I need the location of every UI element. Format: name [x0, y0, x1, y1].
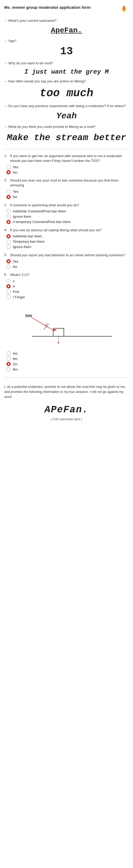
question-username: − What's your current username? ApeFan. — [0, 17, 133, 37]
radio-circle-2-1[interactable] — [6, 215, 11, 219]
radio-circle-4-0[interactable] — [6, 259, 11, 264]
radio-circle-5-3[interactable] — [6, 295, 11, 299]
radio-option-2-2[interactable]: A temporary Comment/Post ban them — [6, 220, 129, 224]
radio-option-1-1[interactable]: No — [6, 195, 129, 199]
radio-circle-5-0[interactable] — [6, 279, 11, 283]
radio-option-q7-3[interactable]: 8m — [6, 367, 129, 371]
numbered-section-q7: 4m9m2m8m — [0, 350, 133, 374]
diagram-svg: 50N 37° — [8, 304, 125, 347]
radio-option-4-1[interactable]: No — [6, 265, 129, 269]
radio-label-2-1: Ignore them — [13, 215, 31, 219]
numbered-section-1: 2.Should you ever use your mod to ban so… — [0, 177, 133, 202]
radio-label-2-2: A temporary Comment/Post ban them — [13, 220, 71, 224]
dash-icon-4: − — [4, 80, 7, 84]
question-text-2: If someone is spamming what would you do… — [10, 203, 79, 208]
numbered-question-1: 2.Should you ever use your mod to ban so… — [4, 178, 129, 188]
radio-circle-1-0[interactable] — [6, 190, 11, 194]
svg-line-2 — [32, 318, 55, 331]
signature-promise-text: I, as a potential moderator, promise to … — [4, 384, 129, 399]
radio-option-3-0[interactable]: Indefinite ban them — [6, 234, 129, 239]
radio-option-3-2[interactable]: Ignore them — [6, 245, 129, 249]
question-text-5: What's 2+2? — [10, 273, 29, 277]
radio-label-0-0: Yes — [13, 165, 18, 169]
answer-username: ApeFan. — [4, 24, 129, 37]
numbered-question-2: 1.If someone is spamming what would you … — [4, 203, 129, 208]
numbered-section-4: 5.Should you report any bad behavior to … — [0, 252, 133, 272]
question-why-text: Why do you want to be mod? — [8, 61, 53, 65]
radio-circle-3-0[interactable] — [6, 234, 11, 239]
radio-circle-2-2[interactable] — [6, 220, 11, 224]
radio-circle-4-1[interactable] — [6, 265, 11, 269]
flame-icon — [119, 5, 129, 14]
radio-options-3: Indefinite ban themTemporary ban themIgn… — [6, 234, 129, 249]
question-provide-text: What do you think you could provide to M… — [8, 125, 95, 129]
radio-option-2-0[interactable]: Indefinite Comment/Post ban them — [6, 209, 129, 214]
radio-circle-3-2[interactable] — [6, 245, 11, 249]
radio-circle-5-2[interactable] — [6, 289, 11, 294]
answer-active: too much — [4, 84, 129, 102]
dash-icon-6: − — [4, 125, 7, 129]
radio-circle-q7-2[interactable] — [6, 362, 11, 366]
question-age: − Age? 13 — [0, 37, 133, 60]
radio-option-5-1[interactable]: 4 — [6, 284, 129, 288]
radio-option-2-1[interactable]: Ignore them — [6, 215, 129, 219]
numbered-question-5: 6.What's 2+2? — [4, 273, 129, 277]
radio-label-5-3: I Forgor — [13, 295, 25, 299]
radio-label-q7-2: 2m — [13, 362, 18, 366]
question-num-4: 5. — [4, 253, 8, 257]
page: Ms_memer group moderator application for… — [0, 0, 133, 424]
radio-label-q7-3: 8m — [13, 367, 18, 371]
signature-display: APeFan. — [4, 402, 129, 416]
q7-options: 4m9m2m8m — [0, 350, 133, 374]
question-num-1: 2. — [4, 178, 8, 182]
numbered-section-3: 4.If you see an obvious alt raiding Msmg… — [0, 227, 133, 252]
radio-options-4: YesNo — [6, 259, 129, 269]
radio-circle-1-1[interactable] — [6, 195, 11, 199]
radio-label-5-2: Fish — [13, 290, 20, 294]
question-num-0: 1. — [4, 154, 8, 158]
radio-option-5-3[interactable]: I Forgor — [6, 295, 129, 299]
radio-option-0-0[interactable]: Yes — [6, 165, 129, 169]
radio-option-5-0[interactable]: 1 — [6, 279, 129, 283]
radio-circle-0-1[interactable] — [6, 170, 11, 175]
radio-circle-q7-1[interactable] — [6, 356, 11, 361]
radio-option-5-2[interactable]: Fish — [6, 289, 129, 294]
question-age-label: − Age? — [4, 39, 129, 43]
radio-option-1-0[interactable]: Yes — [6, 190, 129, 194]
signature-caption: ( Full username here ) — [4, 417, 129, 421]
question-num-5: 6. — [4, 273, 8, 277]
radio-label-3-0: Indefinite ban them — [13, 234, 42, 238]
question-exp-text: Do you have any previous experiences wit… — [8, 104, 126, 108]
radio-label-2-0: Indefinite Comment/Post ban them — [13, 209, 66, 213]
radio-label-5-1: 4 — [13, 284, 15, 288]
radio-circle-q7-3[interactable] — [6, 367, 11, 371]
radio-option-4-0[interactable]: Yes — [6, 259, 129, 264]
radio-circle-q7-0[interactable] — [6, 351, 11, 355]
radio-label-5-0: 1 — [13, 279, 15, 283]
radio-circle-5-1[interactable] — [6, 284, 11, 288]
question-text-0: If you were to get into an argument with… — [10, 154, 129, 163]
radio-label-q7-0: 4m — [13, 351, 18, 355]
radio-option-3-1[interactable]: Temporary ban them — [6, 240, 129, 244]
radio-option-q7-0[interactable]: 4m — [6, 351, 129, 355]
dash-icon-2: − — [4, 39, 7, 43]
dash-icon: − — [4, 19, 7, 23]
svg-text:50N: 50N — [25, 314, 32, 318]
numbered-questions-container: 1.If you were to get into an argument wi… — [0, 153, 133, 302]
answer-age: 13 — [4, 44, 129, 59]
answer-why: I just want the grey M — [4, 66, 129, 77]
dash-icon-5: − — [4, 104, 7, 108]
question-active: − how often would you say you are active… — [0, 78, 133, 102]
radio-circle-0-0[interactable] — [6, 165, 11, 169]
radio-options-2: Indefinite Comment/Post ban themIgnore t… — [6, 209, 129, 224]
radio-option-0-1[interactable]: No — [6, 170, 129, 175]
radio-option-q7-2[interactable]: 2m — [6, 362, 129, 366]
signature-section: I, as a potential moderator, promise to … — [0, 381, 133, 424]
radio-label-4-1: No — [13, 265, 17, 269]
header: Ms_memer group moderator application for… — [0, 0, 133, 17]
radio-option-q7-1[interactable]: 9m — [6, 356, 129, 361]
radio-circle-3-1[interactable] — [6, 240, 11, 244]
radio-circle-2-0[interactable] — [6, 209, 11, 214]
question-text-1: Should you ever use your mod to ban some… — [10, 178, 129, 188]
numbered-question-3: 4.If you see an obvious alt raiding Msmg… — [4, 228, 129, 232]
